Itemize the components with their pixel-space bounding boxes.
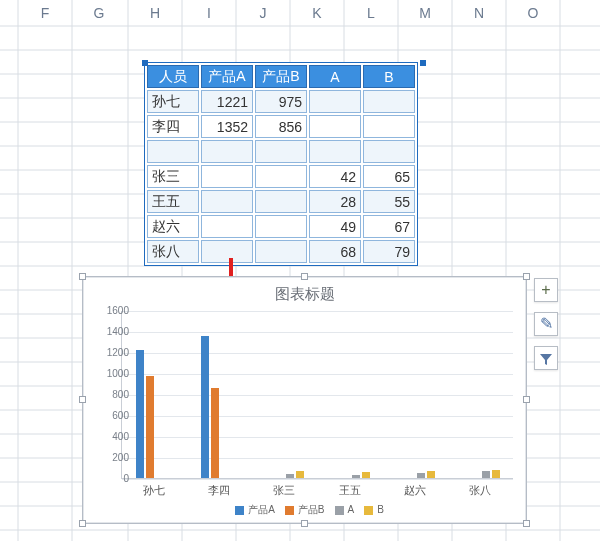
chart-ytick: 800 [97, 389, 129, 400]
chart-resize-handle[interactable] [79, 396, 86, 403]
table-cell[interactable] [201, 165, 253, 188]
table-cell[interactable] [255, 140, 307, 163]
table-cell[interactable] [363, 90, 415, 113]
chart-bar [201, 336, 209, 478]
column-header[interactable]: K [290, 5, 344, 21]
table-row[interactable]: 王五2855 [147, 190, 415, 213]
table-header-cell[interactable]: 人员 [147, 65, 199, 88]
table-cell[interactable] [201, 215, 253, 238]
table-cell[interactable]: 856 [255, 115, 307, 138]
column-header[interactable]: I [182, 5, 236, 21]
chart-ytick: 600 [97, 410, 129, 421]
table-row[interactable]: 张三4265 [147, 165, 415, 188]
chart-bar [211, 388, 219, 478]
chart-ytick: 1000 [97, 368, 129, 379]
table-cell[interactable]: 1352 [201, 115, 253, 138]
table-header-cell[interactable]: A [309, 65, 361, 88]
chart-xcategory: 张八 [450, 483, 510, 498]
table-cell[interactable] [309, 90, 361, 113]
table-header-cell[interactable]: 产品B [255, 65, 307, 88]
column-header[interactable]: L [344, 5, 398, 21]
chart-bar [286, 474, 294, 478]
table-cell[interactable] [363, 140, 415, 163]
chart-resize-handle[interactable] [523, 520, 530, 527]
data-table[interactable]: 人员产品A产品BAB 孙七1221975李四1352856张三4265王五285… [144, 62, 418, 266]
table-header-cell[interactable]: 产品A [201, 65, 253, 88]
chart-bar [492, 470, 500, 478]
chart-title[interactable]: 图表标题 [83, 285, 526, 304]
chart-resize-handle[interactable] [301, 520, 308, 527]
table-row[interactable]: 孙七1221975 [147, 90, 415, 113]
legend-label: 产品A [248, 504, 275, 515]
table-cell[interactable] [201, 140, 253, 163]
table-cell[interactable]: 赵六 [147, 215, 199, 238]
column-header[interactable]: F [18, 5, 72, 21]
chart-bar [427, 471, 435, 478]
table-cell[interactable] [255, 240, 307, 263]
column-header[interactable]: M [398, 5, 452, 21]
table-row[interactable]: 赵六4967 [147, 215, 415, 238]
table-cell[interactable] [201, 190, 253, 213]
chart-xcategory: 赵六 [385, 483, 445, 498]
chart-filter-button[interactable] [534, 346, 558, 370]
table-cell[interactable]: 68 [309, 240, 361, 263]
chart-ytick: 0 [97, 473, 129, 484]
chart-bar [352, 475, 360, 478]
chart-resize-handle[interactable] [79, 520, 86, 527]
legend-label: A [348, 504, 355, 515]
table-cell[interactable]: 49 [309, 215, 361, 238]
chart-resize-handle[interactable] [301, 273, 308, 280]
table-cell[interactable]: 李四 [147, 115, 199, 138]
legend-label: B [377, 504, 384, 515]
selection-handle-tr[interactable] [420, 60, 426, 66]
table-cell[interactable]: 55 [363, 190, 415, 213]
chart-bar [296, 471, 304, 478]
chart-ytick: 1600 [97, 305, 129, 316]
chart-bar [136, 350, 144, 478]
chart-ytick: 400 [97, 431, 129, 442]
table-cell[interactable]: 65 [363, 165, 415, 188]
chart-object[interactable]: 图表标题 孙七李四张三王五赵六张八 0200400600800100012001… [82, 276, 527, 524]
table-cell[interactable]: 张三 [147, 165, 199, 188]
table-cell[interactable]: 975 [255, 90, 307, 113]
selection-handle-tl[interactable] [142, 60, 148, 66]
table-cell[interactable]: 1221 [201, 90, 253, 113]
table-row[interactable] [147, 140, 415, 163]
svg-marker-34 [540, 354, 552, 365]
table-cell[interactable]: 王五 [147, 190, 199, 213]
table-cell[interactable] [363, 115, 415, 138]
column-header[interactable]: G [72, 5, 126, 21]
chart-add-element-button[interactable]: + [534, 278, 558, 302]
table-row[interactable]: 李四1352856 [147, 115, 415, 138]
table-header-cell[interactable]: B [363, 65, 415, 88]
chart-xcategory: 孙七 [124, 483, 184, 498]
table-cell[interactable] [147, 140, 199, 163]
table-cell[interactable] [309, 140, 361, 163]
table-cell[interactable] [309, 115, 361, 138]
chart-resize-handle[interactable] [523, 273, 530, 280]
column-header[interactable]: N [452, 5, 506, 21]
chart-bar [362, 472, 370, 478]
chart-ytick: 1200 [97, 347, 129, 358]
table-row[interactable]: 张八6879 [147, 240, 415, 263]
chart-xcategory: 张三 [254, 483, 314, 498]
chart-resize-handle[interactable] [79, 273, 86, 280]
column-header[interactable]: H [128, 5, 182, 21]
chart-ytick: 1400 [97, 326, 129, 337]
chart-xcategory: 李四 [189, 483, 249, 498]
table-cell[interactable]: 42 [309, 165, 361, 188]
column-header[interactable]: J [236, 5, 290, 21]
table-cell[interactable]: 张八 [147, 240, 199, 263]
table-cell[interactable] [255, 215, 307, 238]
table-cell[interactable]: 孙七 [147, 90, 199, 113]
legend-label: 产品B [298, 504, 325, 515]
table-cell[interactable] [255, 190, 307, 213]
chart-plot-area [121, 311, 513, 479]
chart-style-button[interactable]: ✎ [534, 312, 558, 336]
table-cell[interactable]: 67 [363, 215, 415, 238]
table-cell[interactable]: 79 [363, 240, 415, 263]
chart-resize-handle[interactable] [523, 396, 530, 403]
table-cell[interactable] [255, 165, 307, 188]
column-header[interactable]: O [506, 5, 560, 21]
table-cell[interactable]: 28 [309, 190, 361, 213]
